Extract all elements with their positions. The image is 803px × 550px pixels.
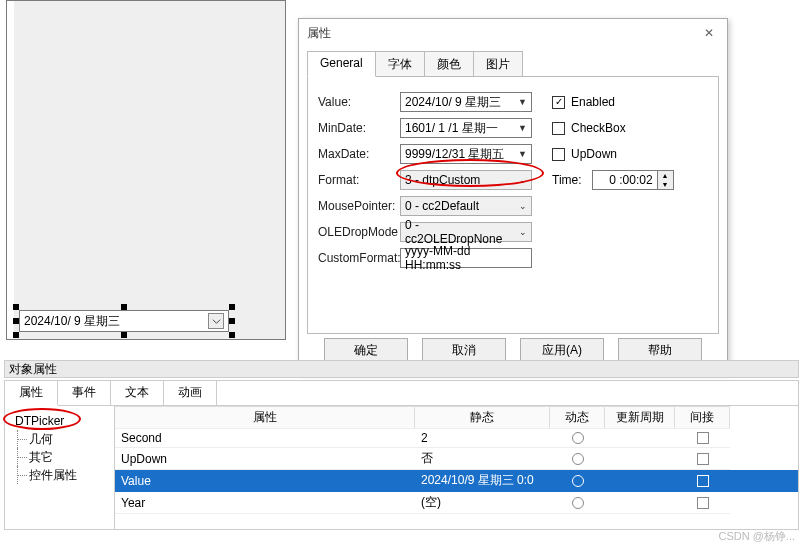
tab-color[interactable]: 颜色 bbox=[424, 51, 474, 77]
tree-root[interactable]: DTPicker bbox=[9, 412, 110, 430]
titlebar[interactable]: 属性 ✕ bbox=[299, 19, 727, 47]
label-oledropmode: OLEDropMode bbox=[318, 225, 400, 239]
bulb-icon[interactable] bbox=[572, 432, 584, 444]
checkbox-icon[interactable] bbox=[697, 475, 709, 487]
mousepointer-combo[interactable]: 0 - cc2Default⌄ bbox=[400, 196, 532, 216]
header-dynamic: 动态 bbox=[550, 406, 605, 429]
cancel-button[interactable]: 取消 bbox=[422, 338, 506, 362]
tree-child-geometry[interactable]: 几何 bbox=[9, 430, 110, 448]
header-update: 更新周期 bbox=[605, 406, 675, 429]
chevron-down-icon: ⌄ bbox=[519, 201, 527, 211]
bulb-icon[interactable] bbox=[572, 453, 584, 465]
object-tree: DTPicker 几何 其它 控件属性 bbox=[5, 406, 115, 529]
otab-events[interactable]: 事件 bbox=[58, 381, 111, 405]
bulb-icon[interactable] bbox=[572, 497, 584, 509]
customformat-field[interactable]: yyyy-MM-dd HH:mm:ss bbox=[400, 248, 532, 268]
label-time: Time: bbox=[552, 173, 582, 187]
tab-font[interactable]: 字体 bbox=[375, 51, 425, 77]
oledropmode-combo[interactable]: 0 - cc2OLEDropNone⌄ bbox=[400, 222, 532, 242]
ok-button[interactable]: 确定 bbox=[324, 338, 408, 362]
checkbox-icon[interactable] bbox=[697, 432, 709, 444]
spin-up-icon[interactable]: ▲ bbox=[658, 171, 673, 180]
object-properties-title: 对象属性 bbox=[4, 360, 799, 378]
enabled-checkbox[interactable]: ✓Enabled bbox=[552, 95, 615, 109]
dialog-buttons: 确定 取消 应用(A) 帮助 bbox=[299, 338, 727, 362]
tab-general[interactable]: General bbox=[307, 51, 376, 77]
label-mousepointer: MousePointer: bbox=[318, 199, 400, 213]
object-properties-panel: 属性 事件 文本 动画 DTPicker 几何 其它 控件属性 属性 静态 动态… bbox=[4, 380, 799, 530]
maxdate-combo[interactable]: 9999/12/31 星期五▼ bbox=[400, 144, 532, 164]
properties-dialog: 属性 ✕ General 字体 颜色 图片 Value: 2024/10/ 9 … bbox=[298, 18, 728, 373]
spin-down-icon[interactable]: ▼ bbox=[658, 180, 673, 189]
table-row[interactable]: UpDown 否 bbox=[115, 448, 798, 470]
header-name: 属性 bbox=[115, 406, 415, 429]
dialog-tabstrip: General 字体 颜色 图片 bbox=[307, 51, 719, 77]
table-row[interactable]: Value 2024/10/9 星期三 0:0 bbox=[115, 470, 798, 492]
time-spinner[interactable]: 0 :00:02 ▲▼ bbox=[592, 170, 674, 190]
format-combo[interactable]: 3 - dtpCustom⌄ bbox=[400, 170, 532, 190]
label-mindate: MinDate: bbox=[318, 121, 400, 135]
tree-child-controlprops[interactable]: 控件属性 bbox=[9, 466, 110, 484]
label-format: Format: bbox=[318, 173, 400, 187]
otab-text[interactable]: 文本 bbox=[111, 381, 164, 405]
label-value: Value: bbox=[318, 95, 400, 109]
table-row[interactable]: Year (空) bbox=[115, 492, 798, 514]
otab-properties[interactable]: 属性 bbox=[5, 381, 58, 406]
close-icon[interactable]: ✕ bbox=[699, 23, 719, 43]
apply-button[interactable]: 应用(A) bbox=[520, 338, 604, 362]
watermark: CSDN @杨铮... bbox=[718, 529, 795, 544]
canvas-inner bbox=[14, 1, 285, 339]
checkbox-icon[interactable] bbox=[697, 453, 709, 465]
header-static: 静态 bbox=[415, 406, 550, 429]
label-maxdate: MaxDate: bbox=[318, 147, 400, 161]
object-tabs: 属性 事件 文本 动画 bbox=[5, 381, 798, 406]
tab-image[interactable]: 图片 bbox=[473, 51, 523, 77]
otab-animation[interactable]: 动画 bbox=[164, 381, 217, 405]
checkbox-icon[interactable] bbox=[697, 497, 709, 509]
tree-child-other[interactable]: 其它 bbox=[9, 448, 110, 466]
chevron-down-icon: ⌄ bbox=[519, 227, 527, 237]
value-combo[interactable]: 2024/10/ 9 星期三▼ bbox=[400, 92, 532, 112]
chevron-down-icon: ▼ bbox=[518, 97, 527, 107]
property-grid: 属性 静态 动态 更新周期 间接 Second 2 UpDown 否 bbox=[115, 406, 798, 529]
header-indirect: 间接 bbox=[675, 406, 730, 429]
chevron-down-icon: ▼ bbox=[518, 123, 527, 133]
table-row[interactable]: Second 2 bbox=[115, 429, 798, 448]
grid-header: 属性 静态 动态 更新周期 间接 bbox=[115, 406, 798, 429]
selection-handles bbox=[16, 307, 232, 335]
help-button[interactable]: 帮助 bbox=[618, 338, 702, 362]
checkbox-checkbox[interactable]: CheckBox bbox=[552, 121, 626, 135]
chevron-down-icon: ▼ bbox=[518, 149, 527, 159]
design-canvas bbox=[6, 0, 286, 340]
chevron-down-icon: ⌄ bbox=[519, 175, 527, 185]
label-customformat: CustomFormat: bbox=[318, 251, 400, 265]
updown-checkbox[interactable]: UpDown bbox=[552, 147, 617, 161]
bulb-icon[interactable] bbox=[572, 475, 584, 487]
mindate-combo[interactable]: 1601/ 1 /1 星期一▼ bbox=[400, 118, 532, 138]
dialog-title: 属性 bbox=[307, 25, 699, 42]
tab-page-general: Value: 2024/10/ 9 星期三▼ ✓Enabled MinDate:… bbox=[307, 76, 719, 334]
